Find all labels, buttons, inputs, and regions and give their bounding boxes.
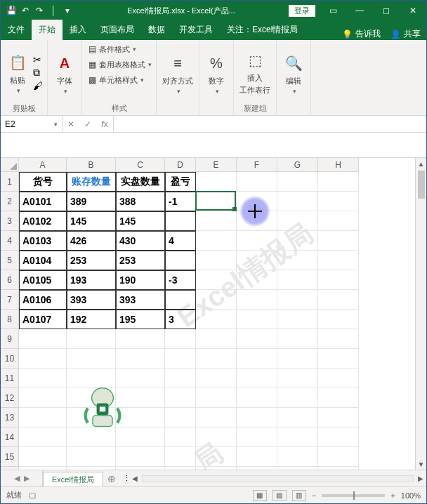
table-cell[interactable]: 145: [67, 211, 116, 231]
row-header[interactable]: 12: [1, 388, 19, 408]
sheet-nav[interactable]: ◀▶: [1, 470, 43, 486]
cell[interactable]: [318, 427, 359, 447]
cell[interactable]: [196, 408, 237, 427]
column-header[interactable]: C: [116, 158, 165, 172]
cell[interactable]: [196, 290, 237, 310]
tab-layout[interactable]: 页面布局: [93, 20, 141, 40]
column-header[interactable]: F: [237, 158, 277, 172]
cell[interactable]: [196, 270, 237, 290]
cell[interactable]: [116, 467, 165, 470]
login-button[interactable]: 登录: [289, 5, 315, 17]
name-box[interactable]: E2▾: [1, 116, 63, 132]
cell[interactable]: [237, 172, 277, 192]
cell[interactable]: [67, 427, 116, 447]
row-header[interactable]: 10: [1, 349, 19, 369]
cell[interactable]: [165, 467, 196, 470]
zoom-in-icon[interactable]: +: [390, 491, 395, 500]
cell[interactable]: [196, 467, 237, 470]
table-cell[interactable]: 145: [116, 211, 165, 231]
row-header[interactable]: 13: [1, 408, 19, 427]
cell[interactable]: [67, 388, 116, 408]
table-cell[interactable]: A0103: [19, 231, 67, 251]
tab-developer[interactable]: 开发工具: [172, 20, 220, 40]
cell[interactable]: [116, 388, 165, 408]
cut-icon[interactable]: ✂: [33, 54, 43, 65]
row-header[interactable]: 14: [1, 427, 19, 447]
copy-icon[interactable]: ⧉: [33, 67, 43, 79]
cell[interactable]: [165, 369, 196, 388]
sheet-tab[interactable]: Excel情报局: [43, 472, 103, 486]
cell[interactable]: [165, 349, 196, 369]
table-cell[interactable]: A0106: [19, 290, 67, 310]
conditional-format-button[interactable]: ▤条件格式▾: [86, 43, 136, 55]
view-pagebreak-icon[interactable]: ▥: [292, 490, 306, 501]
cell[interactable]: [277, 447, 318, 467]
cell[interactable]: [318, 447, 359, 467]
cell[interactable]: [116, 427, 165, 447]
cell[interactable]: [318, 270, 359, 290]
column-header[interactable]: G: [277, 158, 318, 172]
insert-rows-button[interactable]: ⬚插入工作表行: [238, 48, 272, 97]
cell[interactable]: [19, 467, 67, 470]
row-header[interactable]: 4: [1, 231, 19, 251]
cell[interactable]: [318, 388, 359, 408]
cell[interactable]: [67, 329, 116, 349]
tell-me[interactable]: 告诉我: [355, 28, 381, 40]
cell[interactable]: [277, 408, 318, 427]
table-format-button[interactable]: ▦套用表格格式▾: [86, 58, 152, 71]
cell[interactable]: [277, 251, 318, 270]
table-cell[interactable]: [165, 251, 196, 270]
row-header[interactable]: 9: [1, 329, 19, 349]
table-cell[interactable]: [165, 290, 196, 310]
cell[interactable]: [196, 349, 237, 369]
cells-grid[interactable]: Excel情报局 局 货号账存数量实盘数量盈亏A0101389388-1A010…: [19, 172, 426, 470]
cell[interactable]: [196, 192, 237, 211]
cell[interactable]: [196, 310, 237, 329]
number-button[interactable]: %数字▾: [204, 51, 229, 96]
cell[interactable]: [19, 447, 67, 467]
cell[interactable]: [277, 427, 318, 447]
cell[interactable]: [196, 251, 237, 270]
cell[interactable]: [67, 467, 116, 470]
table-cell[interactable]: 190: [116, 270, 165, 290]
cell[interactable]: [237, 329, 277, 349]
scroll-thumb[interactable]: [418, 171, 425, 199]
row-header[interactable]: 1: [1, 172, 19, 192]
cell[interactable]: [237, 388, 277, 408]
cell[interactable]: [277, 388, 318, 408]
sheet-next-icon[interactable]: ▶: [24, 474, 29, 483]
table-cell[interactable]: 389: [67, 192, 116, 211]
edit-button[interactable]: 🔍编辑▾: [281, 51, 306, 96]
row-header[interactable]: 8: [1, 310, 19, 329]
row-header[interactable]: 3: [1, 211, 19, 231]
cell[interactable]: [116, 447, 165, 467]
table-cell[interactable]: 426: [67, 231, 116, 251]
accept-formula-icon[interactable]: ✓: [79, 119, 96, 129]
cell[interactable]: [318, 231, 359, 251]
qat-more-icon[interactable]: ▾: [61, 4, 74, 17]
cell[interactable]: [318, 251, 359, 270]
cell[interactable]: [277, 231, 318, 251]
table-cell[interactable]: A0104: [19, 251, 67, 270]
table-cell[interactable]: A0102: [19, 211, 67, 231]
select-all-button[interactable]: [1, 158, 19, 172]
cell[interactable]: [318, 172, 359, 192]
table-header-cell[interactable]: 货号: [19, 172, 67, 192]
column-header[interactable]: A: [19, 158, 67, 172]
column-header[interactable]: B: [67, 158, 116, 172]
cell[interactable]: [196, 329, 237, 349]
cell[interactable]: [277, 290, 318, 310]
cell[interactable]: [318, 310, 359, 329]
cell[interactable]: [237, 290, 277, 310]
cell[interactable]: [237, 192, 277, 211]
row-header[interactable]: 16: [1, 467, 19, 470]
paste-button[interactable]: 📋 粘贴 ▾: [5, 50, 30, 95]
bulb-icon[interactable]: 💡: [342, 29, 353, 39]
table-cell[interactable]: -3: [165, 270, 196, 290]
tab-insert[interactable]: 插入: [63, 20, 93, 40]
row-header[interactable]: 2: [1, 192, 19, 211]
table-cell[interactable]: A0107: [19, 310, 67, 329]
ribbon-options-icon[interactable]: ▭: [320, 1, 346, 20]
macro-record-icon[interactable]: ▢: [29, 491, 36, 500]
cell[interactable]: [277, 369, 318, 388]
